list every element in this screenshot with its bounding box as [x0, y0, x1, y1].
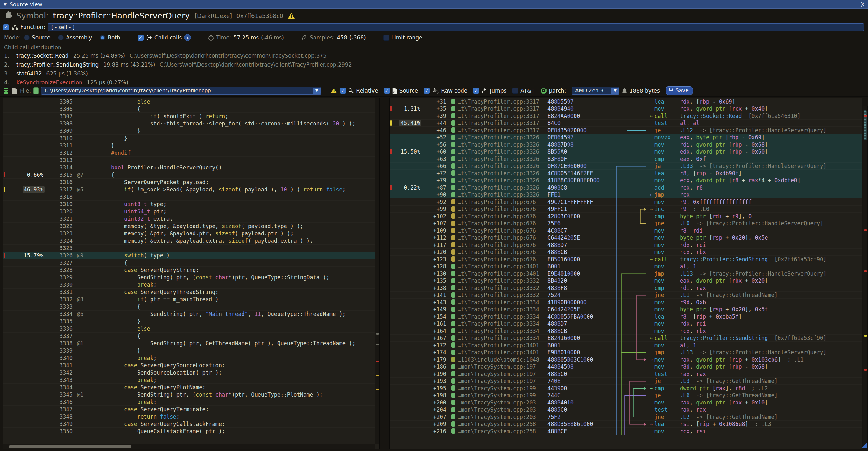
child-calls-checkbox[interactable]: ✓	[137, 35, 144, 41]
source-line-row[interactable]: 3347 case ServerQueryTerminate:	[3, 406, 375, 413]
asm-instruction-row[interactable]: +179…1103\include\atomic:1048488B05B63C1…	[390, 356, 862, 363]
save-button[interactable]: Save	[665, 86, 693, 95]
asm-instruction-row[interactable]: +154…t\TracyProfiler.cpp:33344C8D055FBA0…	[390, 313, 862, 321]
asm-instruction-row[interactable]: +52…t\TracyProfiler.cpp:33260FB64597movz…	[390, 134, 862, 142]
asm-instruction-row[interactable]: +90…t\TracyProfiler.cpp:3326FFE1←jmprcx	[390, 191, 862, 199]
asm-instruction-row[interactable]: 45.41%+44…t\TracyProfiler.cpp:331784C0te…	[390, 120, 862, 127]
source-line-row[interactable]: 3332@3 if( ptr == m_mainThread )	[3, 296, 375, 303]
file-select[interactable]: C:\Users\wolf\Desktop\darkrl\contrib\tra…	[41, 87, 321, 95]
source-line-row[interactable]: 46.93%3317@5 if( !m_sock->Read( &payload…	[3, 186, 375, 193]
asm-instruction-row[interactable]: +195…mon\TracySystem.cpp:199443900→cmpdw…	[390, 385, 862, 392]
relative-toggle[interactable]: ✓ Relative	[340, 88, 378, 94]
asm-instruction-row[interactable]: +92…t\TracyProfiler.hpp:67649C7C1FFFFFFF…	[390, 199, 862, 206]
asm-instruction-row[interactable]: +193…mon\TracySystem.cpp:197740Eje.L3 ->…	[390, 378, 862, 385]
limit-range-toggle[interactable]: Limit range	[383, 34, 423, 41]
source-line-row[interactable]: 3333 {	[3, 303, 375, 310]
radio-assembly[interactable]: Assembly	[58, 34, 92, 41]
source-line-row[interactable]: 3307 if( shouldExit ) return;	[3, 113, 375, 120]
source-line-row[interactable]: 3309 }	[3, 127, 375, 135]
source-line-row[interactable]: 3319 uint8_t type;	[3, 201, 375, 208]
asm-instruction-row[interactable]: +138…t\TracyProfiler.cpp:3332483BF8cmprd…	[390, 284, 862, 292]
child-call-entry[interactable]: 3.stat64i32625 μs (1.36%)	[4, 69, 868, 78]
source-line-row[interactable]: 3327 {	[3, 259, 375, 267]
asm-instruction-row[interactable]: +107…t\TracyProfiler.hpp:67675F6jne.L0 -…	[390, 220, 862, 228]
asm-instruction-row[interactable]: +128…t\TracyProfiler.cpp:3401B001moval, …	[390, 263, 862, 270]
source-line-row[interactable]: 3310 }	[3, 135, 375, 142]
title-bar[interactable]: ▼ Source view X	[0, 0, 868, 9]
radio-both[interactable]: Both	[100, 34, 120, 41]
hscroll-thumb[interactable]	[9, 445, 131, 448]
asm-instruction-row[interactable]: +186…mon\TracySystem.cpp:197448B4598movr…	[390, 363, 862, 371]
asm-instruction-row[interactable]: 0.22%+87…t\TracyProfiler.cpp:33264903C8a…	[390, 184, 862, 191]
radio-source-circle[interactable]	[24, 35, 30, 40]
uarch-dropdown-icon[interactable]: ▼	[611, 88, 619, 94]
source-line-row[interactable]: 3328 case ServerQueryString:	[3, 267, 375, 274]
source-line-row[interactable]: 15.79%3326@9 switch( type )	[3, 252, 375, 259]
radio-source[interactable]: Source	[24, 34, 50, 41]
source-line-row[interactable]: 3314bool Profiler::HandleServerQuery()	[3, 164, 375, 171]
source-line-row[interactable]: 0.66%3315@7{	[3, 171, 375, 179]
asm-scroll-thumb[interactable]	[864, 110, 867, 141]
source-line-row[interactable]: 3340 break;	[3, 355, 375, 362]
source-line-row[interactable]: 3350 QueueCallstackFrame( ptr );	[3, 428, 375, 435]
asm-instruction-row[interactable]: +190…mon\TracySystem.cpp:1974885C0testra…	[390, 370, 862, 378]
asm-instruction-row[interactable]: +161…t\TracyProfiler.cpp:3334488BD7movrd…	[390, 321, 862, 328]
asm-instruction-row[interactable]: +72…t\TracyProfiler.cpp:33264C8D05F146F2…	[390, 170, 862, 177]
asm-instruction-row[interactable]: +207…mon\TracySystem.cpp:20375F2jne.L2 -…	[390, 413, 862, 421]
source-line-row[interactable]: 3311}	[3, 142, 375, 149]
asm-instruction-row[interactable]: +123…t\TracyProfiler.hpp:676E850160000←c…	[390, 256, 862, 263]
collapse-samples-button[interactable]: ▲	[184, 34, 191, 41]
asm-instruction-row[interactable]: +117…t\TracyProfiler.hpp:676488BD7movrdx…	[390, 241, 862, 249]
source-line-row[interactable]: 3305 else	[3, 98, 375, 106]
asm-instruction-row[interactable]: +31…t\TracyProfiler.cpp:3317488D5597lear…	[390, 98, 862, 106]
asm-instruction-row[interactable]: +216…mon\TracySystem.cpp:258488BCEmovrcx…	[390, 428, 862, 435]
file-dropdown-icon[interactable]: ▼	[313, 88, 320, 94]
source-line-row[interactable]: 3306 {	[3, 106, 375, 113]
radio-assembly-circle[interactable]	[58, 35, 64, 40]
relative-checkbox[interactable]: ✓	[340, 88, 346, 94]
source-line-row[interactable]: 3324 memcpy( &extra, &payload.extra, siz…	[3, 237, 375, 245]
source-line-row[interactable]: 3334@6 SendString( ptr, "Main thread", 1…	[3, 310, 375, 318]
source-line-row[interactable]: 3345@1 SendString( ptr, (const char*)ptr…	[3, 391, 375, 398]
asm-instruction-row[interactable]: +79…t\TracyProfiler.cpp:3326418B8C80E0BF…	[390, 177, 862, 184]
source-horizontal-scrollbar[interactable]	[3, 444, 375, 449]
source-line-row[interactable]: 3337 {	[3, 332, 375, 340]
child-call-entry[interactable]: 4.KeSynchronizeExecution125 μs (0.27%)	[4, 78, 868, 85]
source-line-row[interactable]: 3313	[3, 157, 375, 164]
uarch-select[interactable]: AMD Zen 3 ▼	[572, 87, 619, 95]
asm-instruction-row[interactable]: +109…t\TracyProfiler.hpp:6764C8BC7movr8,…	[390, 227, 862, 234]
asm-instruction-row[interactable]: +66…t\TracyProfiler.cpp:33260F87CE060000…	[390, 163, 862, 170]
asm-instruction-row[interactable]: +174…t\TracyProfiler.cpp:3401E9B8010000j…	[390, 349, 862, 356]
resize-grip-icon[interactable]	[862, 442, 867, 448]
function-select[interactable]: [ - self - ]	[48, 23, 864, 31]
source-line-row[interactable]: 3338@1 SendString( ptr, GetThreadName( p…	[3, 340, 375, 347]
source-line-row[interactable]: 3341 case ServerQuerySourceLocation:	[3, 362, 375, 369]
asm-instruction-row[interactable]: +198…mon\TracySystem.cpp:199744Cje.L6 ->…	[390, 392, 862, 399]
asm-instruction-row[interactable]: +167…t\TracyProfiler.cpp:3334E824160000←…	[390, 335, 862, 342]
source-checkbox[interactable]: ✓	[384, 88, 390, 94]
source-line-row[interactable]: 3331 case ServerQueryThreadString:	[3, 289, 375, 296]
source-vertical-scrollbar[interactable]	[375, 98, 379, 444]
att-toggle[interactable]: AT&T	[512, 88, 534, 94]
asm-instruction-row[interactable]: +143…t\TracyProfiler.cpp:333441B90B00000…	[390, 299, 862, 306]
rawcode-toggle[interactable]: ✓ Raw code	[424, 88, 467, 94]
asm-instruction-row[interactable]: 1.31%+35…t\TracyProfiler.cpp:3317488B494…	[390, 106, 862, 113]
source-line-row[interactable]: 3342 SendSourceLocation( ptr );	[3, 369, 375, 377]
asm-vertical-scrollbar[interactable]	[863, 106, 868, 448]
asm-instruction-row[interactable]: +141…t\TracyProfiler.cpp:33327524jne.L1 …	[390, 292, 862, 299]
asm-instruction-row[interactable]: +164…t\TracyProfiler.cpp:3334488BCBmovrc…	[390, 327, 862, 335]
radio-both-circle[interactable]	[100, 35, 105, 40]
asm-instruction-row[interactable]: +200…mon\TracySystem.cpp:203488B4010movr…	[390, 399, 862, 407]
source-line-row[interactable]: 3339 }	[3, 347, 375, 355]
asm-instruction-row[interactable]: +63…t\TracyProfiler.cpp:332683F80Fcmpeax…	[390, 155, 862, 163]
source-line-row[interactable]: 3325	[3, 245, 375, 252]
asm-instruction-row[interactable]: +120…t\TracyProfiler.hpp:676488BCBmovrcx…	[390, 249, 862, 256]
asm-instruction-row[interactable]: +149…t\TracyProfiler.cpp:3334C64424205Fm…	[390, 306, 862, 313]
source-line-row[interactable]: 3343 break;	[3, 377, 375, 384]
close-icon[interactable]: X	[861, 1, 865, 8]
source-line-row[interactable]: 3329 SendString( ptr, (const char*)ptr, …	[3, 274, 375, 281]
source-line-row[interactable]: 3321 uint32_t extra;	[3, 215, 375, 222]
asm-instruction-row[interactable]: +102…t\TracyProfiler.hpp:67642803C0F00cm…	[390, 213, 862, 220]
collapse-icon[interactable]: ▼	[3, 2, 7, 7]
source-line-row[interactable]: 3344 case ServerQueryPlotName:	[3, 384, 375, 391]
